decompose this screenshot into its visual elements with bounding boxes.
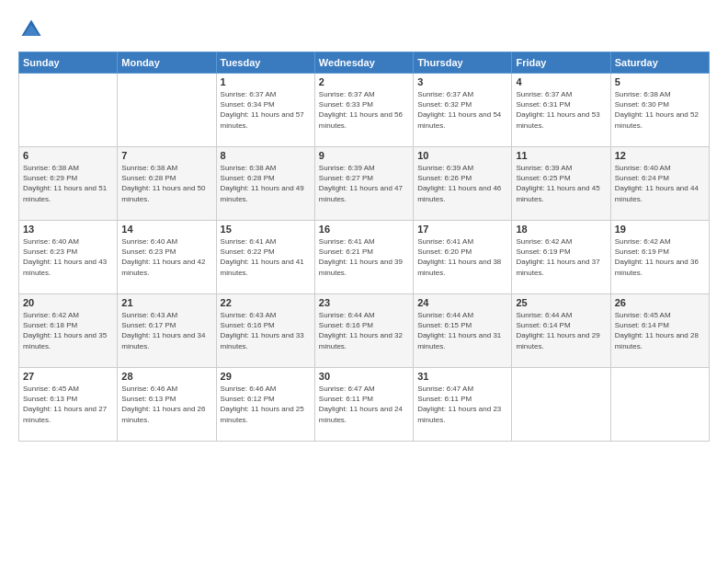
- calendar-cell: 1Sunrise: 6:37 AM Sunset: 6:34 PM Daylig…: [216, 74, 314, 147]
- day-info: Sunrise: 6:40 AM Sunset: 6:23 PM Dayligh…: [23, 236, 113, 278]
- day-info: Sunrise: 6:39 AM Sunset: 6:27 PM Dayligh…: [319, 163, 409, 204]
- day-number: 19: [615, 224, 705, 235]
- calendar-cell: 28Sunrise: 6:46 AM Sunset: 6:13 PM Dayli…: [118, 368, 216, 442]
- calendar-cell: 25Sunrise: 6:44 AM Sunset: 6:14 PM Dayli…: [512, 294, 610, 368]
- page: SundayMondayTuesdayWednesdayThursdayFrid…: [0, 0, 728, 563]
- day-number: 27: [23, 371, 113, 382]
- logo: [18, 17, 48, 42]
- calendar-cell: 31Sunrise: 6:47 AM Sunset: 6:11 PM Dayli…: [414, 368, 512, 442]
- day-info: Sunrise: 6:42 AM Sunset: 6:19 PM Dayligh…: [516, 236, 606, 278]
- calendar-cell: 12Sunrise: 6:40 AM Sunset: 6:24 PM Dayli…: [610, 147, 709, 221]
- day-info: Sunrise: 6:38 AM Sunset: 6:28 PM Dayligh…: [121, 163, 211, 204]
- day-number: 13: [23, 224, 113, 235]
- calendar-cell: 14Sunrise: 6:40 AM Sunset: 6:23 PM Dayli…: [118, 221, 216, 294]
- weekday-header-tuesday: Tuesday: [216, 52, 314, 74]
- weekday-header-wednesday: Wednesday: [314, 52, 413, 74]
- calendar-cell: 4Sunrise: 6:37 AM Sunset: 6:31 PM Daylig…: [512, 74, 610, 147]
- day-number: 3: [417, 76, 507, 87]
- day-info: Sunrise: 6:37 AM Sunset: 6:34 PM Dayligh…: [221, 89, 311, 131]
- weekday-header-thursday: Thursday: [414, 52, 512, 74]
- day-number: 10: [417, 150, 507, 161]
- day-number: 6: [23, 150, 113, 161]
- week-row-1: 1Sunrise: 6:37 AM Sunset: 6:34 PM Daylig…: [19, 74, 710, 147]
- calendar-cell: 24Sunrise: 6:44 AM Sunset: 6:15 PM Dayli…: [414, 294, 512, 368]
- calendar-cell: 2Sunrise: 6:37 AM Sunset: 6:33 PM Daylig…: [314, 74, 413, 147]
- day-number: 29: [221, 371, 311, 382]
- calendar-cell: 17Sunrise: 6:41 AM Sunset: 6:20 PM Dayli…: [414, 221, 512, 294]
- weekday-header-monday: Monday: [118, 52, 216, 74]
- weekday-header-sunday: Sunday: [19, 52, 118, 74]
- day-info: Sunrise: 6:40 AM Sunset: 6:23 PM Dayligh…: [121, 236, 211, 278]
- day-info: Sunrise: 6:41 AM Sunset: 6:21 PM Dayligh…: [319, 236, 409, 278]
- day-number: 30: [319, 371, 409, 382]
- calendar-cell: 9Sunrise: 6:39 AM Sunset: 6:27 PM Daylig…: [314, 147, 413, 221]
- calendar-cell: [610, 368, 709, 442]
- day-number: 14: [121, 224, 211, 235]
- calendar-cell: 16Sunrise: 6:41 AM Sunset: 6:21 PM Dayli…: [314, 221, 413, 294]
- day-number: 20: [23, 297, 113, 308]
- calendar: SundayMondayTuesdayWednesdayThursdayFrid…: [18, 52, 710, 442]
- day-number: 5: [615, 76, 705, 87]
- weekday-header-saturday: Saturday: [610, 52, 709, 74]
- day-info: Sunrise: 6:45 AM Sunset: 6:14 PM Dayligh…: [615, 310, 705, 351]
- day-number: 8: [221, 150, 311, 161]
- day-number: 17: [417, 224, 507, 235]
- day-number: 7: [121, 150, 211, 161]
- day-info: Sunrise: 6:39 AM Sunset: 6:25 PM Dayligh…: [516, 163, 606, 204]
- day-info: Sunrise: 6:39 AM Sunset: 6:26 PM Dayligh…: [417, 163, 507, 204]
- calendar-cell: 18Sunrise: 6:42 AM Sunset: 6:19 PM Dayli…: [512, 221, 610, 294]
- day-number: 15: [221, 224, 311, 235]
- calendar-cell: 5Sunrise: 6:38 AM Sunset: 6:30 PM Daylig…: [610, 74, 709, 147]
- calendar-cell: 26Sunrise: 6:45 AM Sunset: 6:14 PM Dayli…: [610, 294, 709, 368]
- day-info: Sunrise: 6:44 AM Sunset: 6:14 PM Dayligh…: [516, 310, 606, 351]
- calendar-cell: [19, 74, 118, 147]
- calendar-cell: [118, 74, 216, 147]
- calendar-cell: 6Sunrise: 6:38 AM Sunset: 6:29 PM Daylig…: [19, 147, 118, 221]
- day-number: 31: [417, 371, 507, 382]
- day-info: Sunrise: 6:38 AM Sunset: 6:30 PM Dayligh…: [615, 89, 705, 131]
- day-number: 18: [516, 224, 606, 235]
- day-number: 21: [121, 297, 211, 308]
- calendar-cell: 30Sunrise: 6:47 AM Sunset: 6:11 PM Dayli…: [314, 368, 413, 442]
- day-number: 2: [319, 76, 409, 87]
- day-number: 1: [221, 76, 311, 87]
- day-number: 11: [516, 150, 606, 161]
- day-number: 4: [516, 76, 606, 87]
- calendar-cell: 20Sunrise: 6:42 AM Sunset: 6:18 PM Dayli…: [19, 294, 118, 368]
- day-info: Sunrise: 6:37 AM Sunset: 6:33 PM Dayligh…: [319, 89, 409, 131]
- weekday-header-friday: Friday: [512, 52, 610, 74]
- day-info: Sunrise: 6:41 AM Sunset: 6:20 PM Dayligh…: [417, 236, 507, 278]
- day-info: Sunrise: 6:41 AM Sunset: 6:22 PM Dayligh…: [221, 236, 311, 278]
- calendar-cell: [512, 368, 610, 442]
- calendar-cell: 21Sunrise: 6:43 AM Sunset: 6:17 PM Dayli…: [118, 294, 216, 368]
- day-info: Sunrise: 6:47 AM Sunset: 6:11 PM Dayligh…: [319, 384, 409, 425]
- calendar-cell: 11Sunrise: 6:39 AM Sunset: 6:25 PM Dayli…: [512, 147, 610, 221]
- day-number: 24: [417, 297, 507, 308]
- day-info: Sunrise: 6:38 AM Sunset: 6:28 PM Dayligh…: [221, 163, 311, 204]
- day-number: 28: [121, 371, 211, 382]
- calendar-cell: 10Sunrise: 6:39 AM Sunset: 6:26 PM Dayli…: [414, 147, 512, 221]
- day-info: Sunrise: 6:37 AM Sunset: 6:32 PM Dayligh…: [417, 89, 507, 131]
- week-row-3: 13Sunrise: 6:40 AM Sunset: 6:23 PM Dayli…: [19, 221, 710, 294]
- day-info: Sunrise: 6:43 AM Sunset: 6:17 PM Dayligh…: [121, 310, 211, 351]
- day-info: Sunrise: 6:47 AM Sunset: 6:11 PM Dayligh…: [417, 384, 507, 425]
- day-info: Sunrise: 6:46 AM Sunset: 6:13 PM Dayligh…: [121, 384, 211, 425]
- weekday-header-row: SundayMondayTuesdayWednesdayThursdayFrid…: [19, 52, 710, 74]
- day-number: 12: [615, 150, 705, 161]
- calendar-cell: 15Sunrise: 6:41 AM Sunset: 6:22 PM Dayli…: [216, 221, 314, 294]
- calendar-cell: 8Sunrise: 6:38 AM Sunset: 6:28 PM Daylig…: [216, 147, 314, 221]
- day-info: Sunrise: 6:45 AM Sunset: 6:13 PM Dayligh…: [23, 384, 113, 425]
- header: [18, 17, 710, 42]
- calendar-cell: 29Sunrise: 6:46 AM Sunset: 6:12 PM Dayli…: [216, 368, 314, 442]
- calendar-cell: 19Sunrise: 6:42 AM Sunset: 6:19 PM Dayli…: [610, 221, 709, 294]
- day-info: Sunrise: 6:38 AM Sunset: 6:29 PM Dayligh…: [23, 163, 113, 204]
- day-info: Sunrise: 6:44 AM Sunset: 6:16 PM Dayligh…: [319, 310, 409, 351]
- day-info: Sunrise: 6:46 AM Sunset: 6:12 PM Dayligh…: [221, 384, 311, 425]
- day-info: Sunrise: 6:40 AM Sunset: 6:24 PM Dayligh…: [615, 163, 705, 204]
- calendar-cell: 13Sunrise: 6:40 AM Sunset: 6:23 PM Dayli…: [19, 221, 118, 294]
- day-info: Sunrise: 6:42 AM Sunset: 6:18 PM Dayligh…: [23, 310, 113, 351]
- day-number: 26: [615, 297, 705, 308]
- calendar-cell: 3Sunrise: 6:37 AM Sunset: 6:32 PM Daylig…: [414, 74, 512, 147]
- calendar-cell: 23Sunrise: 6:44 AM Sunset: 6:16 PM Dayli…: [314, 294, 413, 368]
- day-number: 25: [516, 297, 606, 308]
